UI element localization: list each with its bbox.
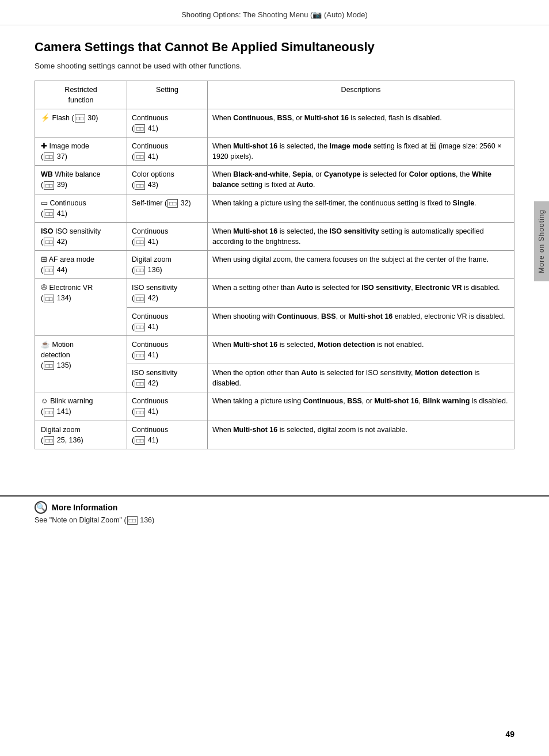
desc-blink: When taking a picture using Continuous, …	[208, 392, 514, 421]
restricted-evr: ✇ Electronic VR(□□ 134)	[35, 279, 127, 336]
restricted-continuous: ▭ Continuous(□□ 41)	[35, 194, 127, 222]
page-number: 49	[505, 730, 514, 739]
subtitle: Some shooting settings cannot be used wi…	[35, 62, 514, 70]
desc-continuous-selftimer: When taking a picture using the self-tim…	[208, 194, 514, 222]
table-row: ✚ Image mode(□□ 37) Continuous(□□ 41) Wh…	[35, 138, 514, 166]
setting-motion-continuous: Continuous(□□ 41)	[127, 335, 208, 364]
setting-flash: Continuous(□□ 41)	[127, 109, 208, 137]
table-row: ☺ Blink warning(□□ 141) Continuous(□□ 41…	[35, 392, 514, 421]
restricted-image-mode: ✚ Image mode(□□ 37)	[35, 138, 127, 166]
table-row: ⊞ AF area mode(□□ 44) Digital zoom(□□ 13…	[35, 251, 514, 279]
desc-image-mode: When Multi-shot 16 is selected, the Imag…	[208, 138, 514, 166]
col-header-setting: Setting	[127, 81, 208, 109]
restricted-motion: ☕ Motiondetection(□□ 135)	[35, 335, 127, 392]
table-row: ▭ Continuous(□□ 41) Self-timer (□□ 32) W…	[35, 194, 514, 222]
footer-title: 🔍 More Information	[35, 501, 514, 514]
table-row: ✇ Electronic VR(□□ 134) ISO sensitivity(…	[35, 279, 514, 307]
side-tab: More on Shooting	[534, 201, 549, 281]
desc-evr-iso: When a setting other than Auto is select…	[208, 279, 514, 307]
main-title: Camera Settings that Cannot Be Applied S…	[35, 39, 514, 56]
footer-text: See "Note on Digital Zoom" (□□ 136)	[35, 516, 514, 525]
setting-continuous-selftimer: Self-timer (□□ 32)	[127, 194, 208, 222]
desc-motion-continuous: When Multi-shot 16 is selected, Motion d…	[208, 335, 514, 364]
table-row: Digital zoom(□□ 25, 136) Continuous(□□ 4…	[35, 421, 514, 449]
footer-title-text: More Information	[52, 503, 117, 512]
setting-blink: Continuous(□□ 41)	[127, 392, 208, 421]
setting-iso: Continuous(□□ 41)	[127, 222, 208, 250]
restricted-af: ⊞ AF area mode(□□ 44)	[35, 251, 127, 279]
table-row: ☕ Motiondetection(□□ 135) Continuous(□□ …	[35, 335, 514, 364]
page: Shooting Options: The Shooting Menu (📷 (…	[0, 0, 549, 756]
desc-digitalzoom: When Multi-shot 16 is selected, digital …	[208, 421, 514, 449]
table-row: ⚡ Flash (□□ 30) Continuous(□□ 41) When C…	[35, 109, 514, 137]
desc-iso: When Multi-shot 16 is selected, the ISO …	[208, 222, 514, 250]
table-row: WB White balance(□□ 39) Color options(□□…	[35, 166, 514, 194]
table-row: ISO ISO sensitivity(□□ 42) Continuous(□□…	[35, 222, 514, 250]
col-header-desc: Descriptions	[208, 81, 514, 109]
setting-digitalzoom: Continuous(□□ 41)	[127, 421, 208, 449]
restricted-flash: ⚡ Flash (□□ 30)	[35, 109, 127, 137]
restricted-digitalzoom: Digital zoom(□□ 25, 136)	[35, 421, 127, 449]
setting-evr-iso: ISO sensitivity(□□ 42)	[127, 279, 208, 307]
restricted-iso: ISO ISO sensitivity(□□ 42)	[35, 222, 127, 250]
col-header-restricted: Restrictedfunction	[35, 81, 127, 109]
setting-evr-continuous: Continuous(□□ 41)	[127, 307, 208, 335]
restricted-wb: WB White balance(□□ 39)	[35, 166, 127, 194]
more-info-icon: 🔍	[35, 501, 47, 514]
header-text: Shooting Options: The Shooting Menu (📷 (…	[181, 10, 368, 19]
setting-wb: Color options(□□ 43)	[127, 166, 208, 194]
restricted-blink: ☺ Blink warning(□□ 141)	[35, 392, 127, 421]
footer-section: 🔍 More Information See "Note on Digital …	[0, 495, 549, 525]
setting-af: Digital zoom(□□ 136)	[127, 251, 208, 279]
desc-flash: When Continuous, BSS, or Multi-shot 16 i…	[208, 109, 514, 137]
desc-wb: When Black-and-white, Sepia, or Cyanotyp…	[208, 166, 514, 194]
desc-af: When using digital zoom, the camera focu…	[208, 251, 514, 279]
setting-motion-iso: ISO sensitivity(□□ 42)	[127, 364, 208, 392]
page-header: Shooting Options: The Shooting Menu (📷 (…	[0, 0, 549, 25]
desc-evr-continuous: When shooting with Continuous, BSS, or M…	[208, 307, 514, 335]
desc-motion-iso: When the option other than Auto is selec…	[208, 364, 514, 392]
setting-image-mode: Continuous(□□ 41)	[127, 138, 208, 166]
settings-table: Restrictedfunction Setting Descriptions …	[35, 81, 514, 449]
main-content: Camera Settings that Cannot Be Applied S…	[0, 25, 549, 472]
